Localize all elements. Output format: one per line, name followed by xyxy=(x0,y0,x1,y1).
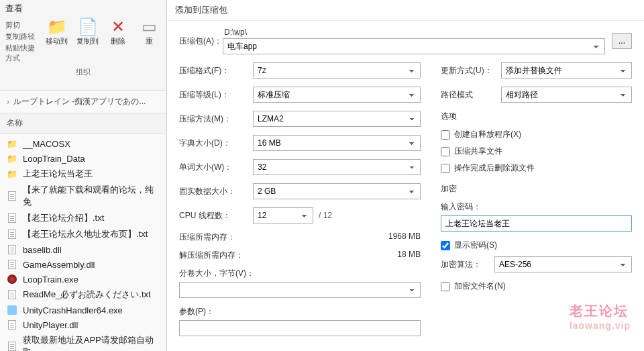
file-item[interactable]: baselib.dll xyxy=(0,242,166,257)
delete-label: 删除 xyxy=(111,36,125,46)
explorer-pane: 查看 剪切 复制路径 粘贴快捷方式 📁 移动到 📄 复制到 ✕ 删除 ▭ 重 xyxy=(0,0,166,351)
shared-checkbox[interactable] xyxy=(441,147,450,156)
file-item[interactable]: ReadMe_必ずお読みください.txt xyxy=(0,287,166,303)
rename-label: 重 xyxy=(146,36,153,46)
rename-button[interactable]: ▭ 重 xyxy=(137,17,161,46)
cpu-total: / 12 xyxy=(319,211,332,220)
enc-names-checkbox-row[interactable]: 加密文件名(N) xyxy=(441,281,632,292)
delete-src-checkbox[interactable] xyxy=(441,164,450,173)
method-select[interactable]: LZMA2 xyxy=(253,111,421,127)
enc-names-label: 加密文件名(N) xyxy=(454,281,506,292)
browse-button[interactable]: ... xyxy=(612,33,632,49)
archive-name-select[interactable]: 电车app xyxy=(223,38,605,54)
delete-button[interactable]: ✕ 删除 xyxy=(107,17,131,46)
file-name: __MACOSX xyxy=(23,139,70,149)
enc-method-select[interactable]: AES-256 xyxy=(494,256,632,272)
file-item[interactable]: 【老王论坛介绍】.txt xyxy=(0,210,166,226)
word-select[interactable]: 32 xyxy=(253,159,421,175)
file-item[interactable]: LoopTrain.exe xyxy=(0,272,166,287)
options-title: 选项 xyxy=(441,111,632,122)
format-select[interactable]: 7z xyxy=(253,62,421,79)
left-settings-column: 压缩格式(F)： 7z 压缩等级(L)： 标准压缩 压缩方法(M)： LZMA2… xyxy=(179,62,421,336)
folder-icon: 📁 xyxy=(7,168,17,179)
document-icon xyxy=(7,319,17,330)
level-select[interactable]: 标准压缩 xyxy=(253,87,421,103)
enc-names-checkbox[interactable] xyxy=(441,282,450,291)
file-name: baselib.dll xyxy=(23,245,62,255)
file-name: GameAssembly.dll xyxy=(23,260,95,270)
shared-checkbox-row[interactable]: 压缩共享文件 xyxy=(441,146,632,157)
delete-icon: ✕ xyxy=(111,17,125,36)
file-item[interactable]: 📁LoopTrain_Data xyxy=(0,151,166,166)
file-item[interactable]: UnityCrashHandler64.exe xyxy=(0,303,166,317)
file-name: UnityCrashHandler64.exe xyxy=(23,305,123,315)
mem-decompress-label: 解压缩所需内存： xyxy=(179,250,244,261)
split-select[interactable] xyxy=(179,282,421,298)
right-settings-column: 更新方式(U)： 添加并替换文件 路径模式 相对路径 选项 创建自释放程序(X)… xyxy=(441,62,632,336)
file-item[interactable]: 📁__MACOSX xyxy=(0,136,166,151)
document-icon xyxy=(7,341,17,351)
folder-icon: 📁 xyxy=(7,138,17,149)
archive-label: 压缩包(A)： xyxy=(179,36,223,47)
file-name: 【来了就能下载和观看的论坛，纯免 xyxy=(23,184,160,208)
breadcrumb[interactable]: › ループトレイン -痴漢アプリであの... xyxy=(0,91,166,113)
app-icon xyxy=(7,274,17,285)
update-select[interactable]: 添加并替换文件 xyxy=(501,62,632,79)
move-to-button[interactable]: 📁 移动到 xyxy=(45,17,69,46)
mem-decompress-value: 18 MB xyxy=(397,250,421,261)
file-list: 📁__MACOSX📁LoopTrain_Data📁上老王论坛当老王【来了就能下载… xyxy=(0,134,166,351)
method-label: 压缩方法(M)： xyxy=(179,113,253,125)
update-label: 更新方式(U)： xyxy=(441,65,501,77)
file-item[interactable]: 获取最新地址及APP请发邮箱自动取 xyxy=(0,332,166,351)
ribbon-tab-view[interactable]: 查看 xyxy=(5,3,161,15)
ribbon-clipboard-actions: 剪切 复制路径 粘贴快捷方式 xyxy=(5,20,38,63)
showpw-checkbox-row[interactable]: 显示密码(S) xyxy=(441,240,632,251)
file-item[interactable]: 【来了就能下载和观看的论坛，纯免 xyxy=(0,182,166,210)
paste-shortcut-action[interactable]: 粘贴快捷方式 xyxy=(5,43,38,63)
password-input[interactable] xyxy=(441,215,632,232)
rename-icon: ▭ xyxy=(142,17,157,36)
archive-path: D:\wp\ xyxy=(224,28,605,37)
folder-icon: 📁 xyxy=(7,153,17,164)
showpw-checkbox[interactable] xyxy=(441,241,450,250)
file-item[interactable]: 【老王论坛永久地址发布页】.txt xyxy=(0,226,166,242)
level-label: 压缩等级(L)： xyxy=(179,89,253,101)
sfx-checkbox-row[interactable]: 创建自释放程序(X) xyxy=(441,129,632,140)
document-icon xyxy=(7,259,17,270)
dict-select[interactable]: 16 MB xyxy=(253,135,421,151)
file-item[interactable]: UnityPlayer.dll xyxy=(0,317,166,332)
ribbon-group-organize: 组织 xyxy=(5,67,161,77)
dict-label: 字典大小(D)： xyxy=(179,138,253,149)
file-name: LoopTrain_Data xyxy=(23,154,85,164)
column-header-name[interactable]: 名称 xyxy=(0,113,166,134)
breadcrumb-separator: › xyxy=(7,97,9,107)
document-icon xyxy=(7,191,17,201)
showpw-label: 显示密码(S) xyxy=(454,240,497,251)
solid-select[interactable]: 2 GB xyxy=(253,183,421,199)
copy-path-action[interactable]: 复制路径 xyxy=(5,32,38,42)
file-name: 获取最新地址及APP请发邮箱自动取 xyxy=(23,334,160,351)
file-name: UnityPlayer.dll xyxy=(23,320,78,330)
add-to-archive-dialog: 添加到压缩包 压缩包(A)： D:\wp\ 电车app ... 压缩格式(F)：… xyxy=(166,0,644,351)
sfx-label: 创建自释放程序(X) xyxy=(454,129,521,140)
word-label: 单词大小(W)： xyxy=(179,162,253,173)
file-item[interactable]: 📁上老王论坛当老王 xyxy=(0,166,166,182)
cut-action[interactable]: 剪切 xyxy=(5,20,38,30)
document-icon xyxy=(7,289,17,300)
dialog-title: 添加到压缩包 xyxy=(167,0,644,21)
move-to-label: 移动到 xyxy=(46,36,68,46)
exe-icon xyxy=(7,305,17,315)
split-label: 分卷大小，字节(V)： xyxy=(179,268,421,279)
mem-compress-value: 1968 MB xyxy=(388,232,421,243)
file-name: 上老王论坛当老王 xyxy=(23,168,93,180)
params-input[interactable] xyxy=(179,320,421,336)
document-icon xyxy=(7,213,17,223)
file-name: 【老王论坛介绍】.txt xyxy=(23,212,104,224)
copy-to-button[interactable]: 📄 复制到 xyxy=(76,17,100,46)
file-item[interactable]: GameAssembly.dll xyxy=(0,257,166,272)
delete-src-checkbox-row[interactable]: 操作完成后删除源文件 xyxy=(441,162,632,174)
pathmode-select[interactable]: 相对路径 xyxy=(501,87,632,103)
cpu-select[interactable]: 12 xyxy=(253,207,313,223)
sfx-checkbox[interactable] xyxy=(441,130,450,140)
breadcrumb-item[interactable]: ループトレイン -痴漢アプリであの... xyxy=(13,96,146,107)
